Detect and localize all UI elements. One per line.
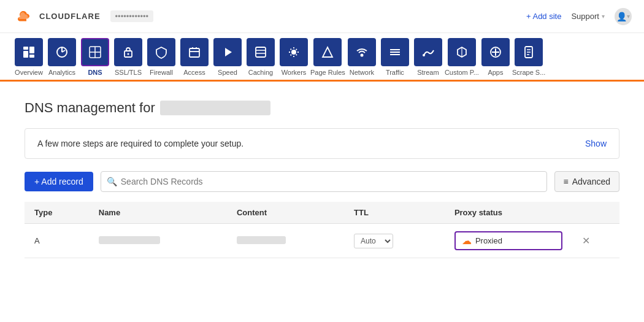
cloudflare-logo-icon [12,6,34,28]
workers-icon [280,38,308,66]
sidebar-item-caching[interactable]: Caching [244,38,277,80]
network-label: Network [350,69,374,76]
sidebar-item-apps[interactable]: Apps [479,38,512,80]
workers-label: Workers [282,69,307,76]
dns-table: Type Name Content TTL Proxy status A [25,202,619,258]
sidebar-item-workers[interactable]: Workers [277,38,310,80]
sidebar-item-traffic[interactable]: Traffic [378,38,412,80]
caching-label: Caching [248,69,273,76]
apps-label: Apps [488,69,503,76]
sidebar-item-network[interactable]: Network [345,38,378,80]
account-icon: 👤 [616,12,627,21]
stream-icon [414,38,442,66]
app-header: CLOUDFLARE •••••••••••• + Add site Suppo… [0,0,644,33]
table-header: Type Name Content TTL Proxy status [25,202,619,224]
access-label: Access [183,69,205,76]
svg-point-10 [128,53,129,55]
cell-proxy-status: ☁ Proxied [445,224,572,258]
sidebar-item-access[interactable]: Access [178,38,211,80]
custom-pages-label: Custom P... [445,69,479,76]
support-chevron-icon: ▾ [602,13,605,20]
show-link[interactable]: Show [585,139,607,148]
support-button[interactable]: Support ▾ [571,12,605,21]
caching-icon [247,38,275,66]
table-row: A Auto 1 min 2 min 5 min [25,224,619,258]
logo-text: CLOUDFLARE [39,12,101,21]
header-right: + Add site Support ▾ 👤 ▾ [526,8,632,25]
search-input[interactable] [101,171,547,192]
sidebar-item-firewall[interactable]: Firewall [145,38,178,80]
svg-point-25 [423,54,425,56]
domain-placeholder [160,101,270,115]
col-actions [572,202,619,224]
access-icon [180,38,209,66]
ttl-select[interactable]: Auto 1 min 2 min 5 min [354,234,393,248]
col-ttl: TTL [344,202,445,224]
speed-label: Speed [218,69,237,76]
account-button[interactable]: 👤 ▾ [615,8,632,25]
add-site-button[interactable]: + Add site [526,12,561,21]
search-wrapper: 🔍 [101,171,547,192]
nav-bar: Overview Analytics DNS SSL/TLS Firewall [0,33,644,82]
table-body: A Auto 1 min 2 min 5 min [25,224,619,258]
speed-icon [213,38,242,66]
nav-icons: Overview Analytics DNS SSL/TLS Firewall [12,33,632,80]
sidebar-item-page-rules[interactable]: Page Rules [310,38,345,80]
sidebar-item-custom-pages[interactable]: Custom P... [445,38,479,80]
cell-name [89,224,227,258]
dns-icon [81,38,109,66]
col-type: Type [25,202,89,224]
sidebar-item-speed[interactable]: Speed [211,38,244,80]
search-icon: 🔍 [107,177,117,186]
network-icon [348,38,376,66]
svg-marker-20 [323,47,332,57]
account-chevron-icon: ▾ [627,13,630,20]
advanced-button[interactable]: ≡ Advanced [554,171,619,192]
sidebar-item-ssl-tls[interactable]: SSL/TLS [112,38,145,80]
cell-delete: ✕ [572,224,619,258]
cloudflare-logo: CLOUDFLARE [12,6,101,28]
svg-rect-2 [23,51,28,58]
page-rules-icon [313,38,342,66]
sidebar-item-analytics[interactable]: Analytics [45,38,79,80]
svg-rect-16 [256,47,266,57]
delete-button[interactable]: ✕ [582,235,590,247]
sidebar-item-scrape-shield[interactable]: Scrape S... [512,38,545,80]
firewall-icon [147,38,175,66]
page-title: DNS management for [25,100,619,116]
svg-point-19 [291,50,296,55]
proxy-label: Proxied [475,236,502,245]
col-content: Content [227,202,344,224]
sidebar-item-stream[interactable]: Stream [412,38,445,80]
main-content: DNS management for A few more steps are … [0,82,644,270]
svg-point-21 [360,54,363,57]
sidebar-item-dns[interactable]: DNS [79,38,112,80]
ssl-label: SSL/TLS [115,69,142,76]
analytics-label: Analytics [48,69,75,76]
setup-notice: A few more steps are required to complet… [25,128,619,159]
proxy-badge[interactable]: ☁ Proxied [454,231,562,250]
scrape-shield-icon [515,38,543,66]
cell-content [227,224,344,258]
header-domain: •••••••••••• [110,10,154,22]
overview-icon [15,38,43,66]
add-record-button[interactable]: + Add record [25,172,93,191]
col-name: Name [89,202,227,224]
traffic-label: Traffic [386,69,404,76]
cell-ttl: Auto 1 min 2 min 5 min [344,224,445,258]
proxy-cloud-icon: ☁ [462,235,472,247]
ssl-icon [114,38,142,66]
svg-marker-15 [225,48,232,56]
sidebar-item-overview[interactable]: Overview [12,38,45,80]
advanced-icon: ≡ [564,177,569,186]
dns-toolbar: + Add record 🔍 ≡ Advanced [25,171,619,192]
firewall-label: Firewall [150,69,173,76]
col-proxy-status: Proxy status [445,202,572,224]
svg-rect-3 [29,47,34,53]
stream-label: Stream [417,69,439,76]
svg-rect-4 [29,55,34,58]
traffic-icon [381,38,409,66]
setup-notice-text: A few more steps are required to complet… [37,139,243,148]
svg-rect-11 [190,48,199,57]
dns-label: DNS [88,69,102,76]
